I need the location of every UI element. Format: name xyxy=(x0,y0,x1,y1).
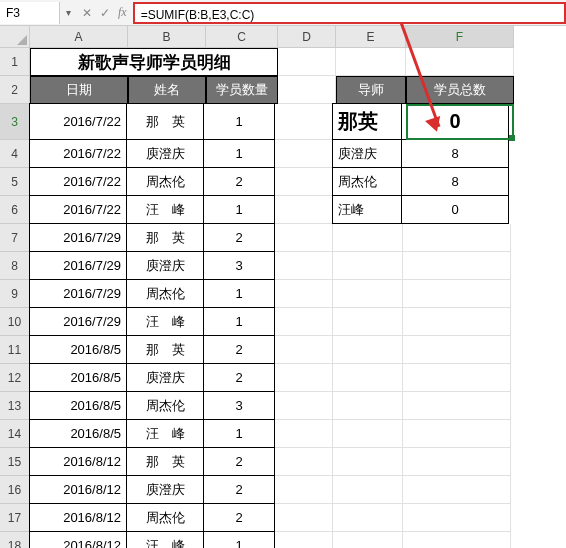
summary-total[interactable]: 0 xyxy=(401,103,509,140)
cell[interactable] xyxy=(275,504,333,532)
cell-name[interactable]: 汪 峰 xyxy=(126,419,204,448)
row-head[interactable]: 9 xyxy=(0,280,30,308)
cell[interactable] xyxy=(333,308,403,336)
cell-count[interactable]: 2 xyxy=(203,335,275,364)
cell[interactable] xyxy=(275,336,333,364)
cell[interactable] xyxy=(403,420,511,448)
cell-date[interactable]: 2016/7/22 xyxy=(29,167,127,196)
cell-name[interactable]: 庾澄庆 xyxy=(126,363,204,392)
cell[interactable] xyxy=(275,392,333,420)
cancel-icon[interactable]: ✕ xyxy=(82,6,92,20)
cell[interactable] xyxy=(403,280,511,308)
cell[interactable] xyxy=(275,308,333,336)
cell-name[interactable]: 周杰伦 xyxy=(126,391,204,420)
cell[interactable] xyxy=(275,168,333,196)
main-header-date[interactable]: 日期 xyxy=(30,76,128,104)
cell[interactable] xyxy=(333,420,403,448)
row-head[interactable]: 2 xyxy=(0,76,30,104)
cell-name[interactable]: 周杰伦 xyxy=(126,279,204,308)
cell[interactable] xyxy=(278,76,336,104)
cell[interactable] xyxy=(275,476,333,504)
summary-header-total[interactable]: 学员总数 xyxy=(406,76,514,104)
cell[interactable] xyxy=(403,308,511,336)
cell[interactable] xyxy=(403,504,511,532)
cell[interactable] xyxy=(403,448,511,476)
row-head[interactable]: 6 xyxy=(0,196,30,224)
row-head[interactable]: 5 xyxy=(0,168,30,196)
cell-date[interactable]: 2016/7/29 xyxy=(29,307,127,336)
cell[interactable] xyxy=(403,392,511,420)
col-head-B[interactable]: B xyxy=(128,26,206,48)
row-head[interactable]: 10 xyxy=(0,308,30,336)
cell-count[interactable]: 1 xyxy=(203,531,275,548)
cell[interactable] xyxy=(275,448,333,476)
summary-name[interactable]: 庾澄庆 xyxy=(332,139,402,168)
row-head[interactable]: 15 xyxy=(0,448,30,476)
cell-count[interactable]: 2 xyxy=(203,503,275,532)
row-head[interactable]: 14 xyxy=(0,420,30,448)
summary-name[interactable]: 汪峰 xyxy=(332,195,402,224)
fx-icon[interactable]: fx xyxy=(118,5,127,20)
main-header-name[interactable]: 姓名 xyxy=(128,76,206,104)
cell-date[interactable]: 2016/8/12 xyxy=(29,531,127,548)
col-head-A[interactable]: A xyxy=(30,26,128,48)
formula-input[interactable]: =SUMIF(B:B,E3,C:C) xyxy=(133,2,566,24)
cell[interactable] xyxy=(278,48,336,76)
cell[interactable] xyxy=(333,336,403,364)
col-head-C[interactable]: C xyxy=(206,26,278,48)
row-head[interactable]: 17 xyxy=(0,504,30,532)
cell-count[interactable]: 1 xyxy=(203,419,275,448)
row-head[interactable]: 12 xyxy=(0,364,30,392)
cell-date[interactable]: 2016/7/22 xyxy=(29,195,127,224)
cell[interactable] xyxy=(275,364,333,392)
cell-count[interactable]: 1 xyxy=(203,307,275,336)
cell-name[interactable]: 那 英 xyxy=(126,223,204,252)
cell[interactable] xyxy=(275,140,333,168)
row-head[interactable]: 4 xyxy=(0,140,30,168)
row-head[interactable]: 11 xyxy=(0,336,30,364)
cell-date[interactable]: 2016/8/5 xyxy=(29,335,127,364)
cell[interactable] xyxy=(333,364,403,392)
cell[interactable] xyxy=(403,252,511,280)
cell[interactable] xyxy=(333,532,403,548)
cell[interactable] xyxy=(403,364,511,392)
col-head-E[interactable]: E xyxy=(336,26,406,48)
cell[interactable] xyxy=(333,504,403,532)
cell-date[interactable]: 2016/8/12 xyxy=(29,447,127,476)
cell-name[interactable]: 汪 峰 xyxy=(126,307,204,336)
row-head[interactable]: 7 xyxy=(0,224,30,252)
cell-count[interactable]: 3 xyxy=(203,391,275,420)
cell[interactable] xyxy=(403,224,511,252)
cell-count[interactable]: 1 xyxy=(203,103,275,140)
cell-count[interactable]: 2 xyxy=(203,363,275,392)
cell-date[interactable]: 2016/7/29 xyxy=(29,251,127,280)
cell-count[interactable]: 2 xyxy=(203,447,275,476)
cell-count[interactable]: 3 xyxy=(203,251,275,280)
cell-count[interactable]: 1 xyxy=(203,195,275,224)
col-head-D[interactable]: D xyxy=(278,26,336,48)
cells-grid[interactable]: 新歌声导师学员明细 日期 姓名 学员数量 导师 学员总数 2016/7/22 那… xyxy=(30,48,514,548)
summary-total[interactable]: 0 xyxy=(401,195,509,224)
cell[interactable] xyxy=(336,48,406,76)
cell[interactable] xyxy=(275,280,333,308)
cell-name[interactable]: 庾澄庆 xyxy=(126,475,204,504)
cell-date[interactable]: 2016/8/5 xyxy=(29,419,127,448)
main-table-title[interactable]: 新歌声导师学员明细 xyxy=(30,48,278,76)
cell-name[interactable]: 周杰伦 xyxy=(126,167,204,196)
row-head[interactable]: 16 xyxy=(0,476,30,504)
cell-date[interactable]: 2016/8/12 xyxy=(29,503,127,532)
cell-name[interactable]: 庾澄庆 xyxy=(126,251,204,280)
cell-name[interactable]: 汪 峰 xyxy=(126,531,204,548)
cell[interactable] xyxy=(333,280,403,308)
cell-name[interactable]: 汪 峰 xyxy=(126,195,204,224)
summary-name[interactable]: 周杰伦 xyxy=(332,167,402,196)
cell[interactable] xyxy=(275,420,333,448)
cell-date[interactable]: 2016/7/22 xyxy=(29,103,127,140)
cell[interactable] xyxy=(275,532,333,548)
cell[interactable] xyxy=(333,224,403,252)
cell-date[interactable]: 2016/8/5 xyxy=(29,363,127,392)
cell[interactable] xyxy=(333,448,403,476)
summary-header-name[interactable]: 导师 xyxy=(336,76,406,104)
cell-name[interactable]: 那 英 xyxy=(126,103,204,140)
name-box[interactable]: F3 xyxy=(0,2,60,24)
